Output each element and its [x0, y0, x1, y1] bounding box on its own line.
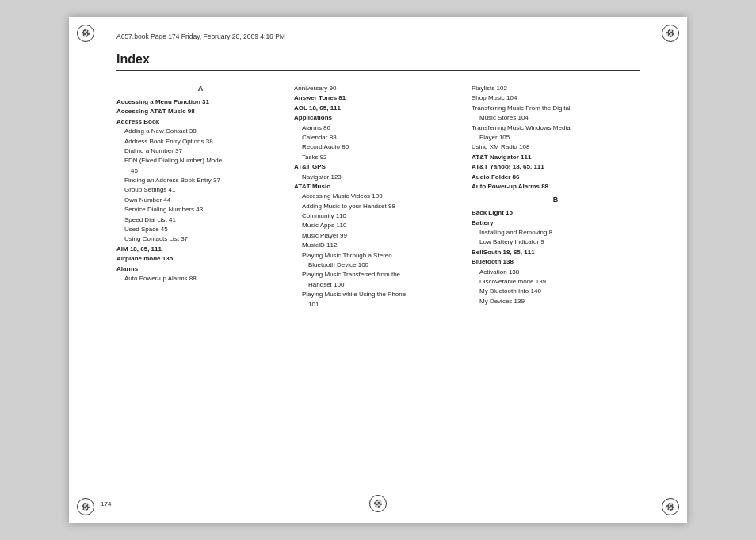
header-line: A657.book Page 174 Friday, February 20, … — [116, 32, 640, 44]
entry: Transferring Music Windows Media — [472, 124, 640, 133]
entry: Address Book — [116, 117, 284, 127]
entry: Playing Music Transferred from the — [294, 270, 462, 280]
page-title: Index — [116, 52, 640, 71]
corner-mark-bl — [77, 498, 94, 515]
entry: AT&T Navigator 111 — [472, 153, 640, 162]
entry: 45 — [116, 166, 284, 176]
entry: AT&T Yahoo! 18, 65, 111 — [472, 162, 640, 172]
bottom-nav-circle — [369, 495, 387, 512]
entry: Adding Music to your Handset 98 — [294, 202, 462, 211]
entry: Record Audio 85 — [294, 143, 462, 152]
entry: Bluetooth 138 — [472, 257, 640, 267]
entry: Back Light 15 — [472, 208, 640, 218]
entry: Community 110 — [294, 211, 462, 221]
entry: Music Apps 110 — [294, 221, 462, 230]
entry: BellSouth 18, 65, 111 — [472, 248, 640, 257]
entry: Playlists 102 — [472, 84, 640, 93]
column-2: Anniversary 90 Answer Tones 81 AOL 18, 6… — [294, 84, 472, 310]
entry: Dialing a Number 37 — [116, 146, 284, 156]
entry: Navigator 123 — [294, 173, 462, 182]
letter-b: B — [472, 195, 640, 206]
entry: Handset 100 — [294, 280, 462, 290]
entry: Airplane mode 135 — [116, 254, 284, 264]
entry: Battery — [472, 219, 640, 228]
entry: Alarms 86 — [294, 124, 462, 133]
entry: Audio Folder 86 — [472, 173, 640, 182]
entry: Discoverable mode 139 — [472, 277, 640, 287]
entry: Address Book Entry Options 38 — [116, 137, 284, 146]
entry: My Devices 139 — [472, 297, 640, 306]
entry: Anniversary 90 — [294, 84, 462, 93]
entry: Alarms — [116, 264, 284, 274]
column-1: A Accessing a Menu Function 31 Accessing… — [116, 84, 294, 310]
column-3: Playlists 102 Shop Music 104 Transferrin… — [472, 84, 640, 310]
entry: 101 — [294, 300, 462, 310]
page-number: 174 — [101, 500, 111, 508]
index-columns: A Accessing a Menu Function 31 Accessing… — [116, 84, 640, 310]
entry: FDN (Fixed Dialing Number) Mode — [116, 156, 284, 165]
entry: Answer Tones 81 — [294, 93, 462, 103]
entry: Accessing Music Videos 109 — [294, 192, 462, 201]
entry: Activation 138 — [472, 268, 640, 277]
entry: Shop Music 104 — [472, 93, 640, 103]
entry: Auto Power-up Alarms 88 — [472, 182, 640, 192]
entry: Using Contacts List 37 — [116, 234, 284, 244]
entry: AT&T GPS — [294, 162, 462, 172]
entry: Used Space 45 — [116, 225, 284, 234]
entry: Bluetooth Device 100 — [294, 260, 462, 270]
entry: Using XM Radio 108 — [472, 143, 640, 152]
entry: Group Settings 41 — [116, 185, 284, 195]
entry: Music Player 99 — [294, 231, 462, 241]
entry: Own Number 44 — [116, 196, 284, 205]
entry: Tasks 92 — [294, 153, 462, 162]
corner-mark-tr — [662, 25, 679, 42]
entry: Accessing a Menu Function 31 — [116, 97, 284, 107]
letter-a: A — [116, 84, 284, 95]
entry: Calendar 88 — [294, 133, 462, 143]
entry: Service Dialing Numbers 43 — [116, 205, 284, 215]
entry: Playing Music Through a Stereo — [294, 251, 462, 260]
corner-mark-br — [662, 498, 679, 515]
entry: Playing Music while Using the Phone — [294, 290, 462, 299]
entry: AIM 18, 65, 111 — [116, 245, 284, 254]
entry: Installing and Removing 8 — [472, 228, 640, 238]
entry: AT&T Music — [294, 182, 462, 192]
entry: Music Stores 104 — [472, 113, 640, 123]
entry: Auto Power-up Alarms 88 — [116, 274, 284, 283]
entry: Accessing AT&T Music 98 — [116, 107, 284, 116]
corner-mark-tl — [77, 25, 94, 42]
entry: Low Battery Indicator 9 — [472, 238, 640, 247]
entry: MusicID 112 — [294, 241, 462, 250]
entry: Speed Dial List 41 — [116, 215, 284, 225]
entry: Applications — [294, 113, 462, 123]
entry: Adding a New Contact 38 — [116, 127, 284, 136]
entry: Player 105 — [472, 133, 640, 143]
entry: Finding an Address Book Entry 37 — [116, 176, 284, 185]
entry: Transferring Music From the Digital — [472, 104, 640, 113]
entry: My Bluetooth Info 140 — [472, 287, 640, 296]
entry: AOL 18, 65, 111 — [294, 104, 462, 113]
